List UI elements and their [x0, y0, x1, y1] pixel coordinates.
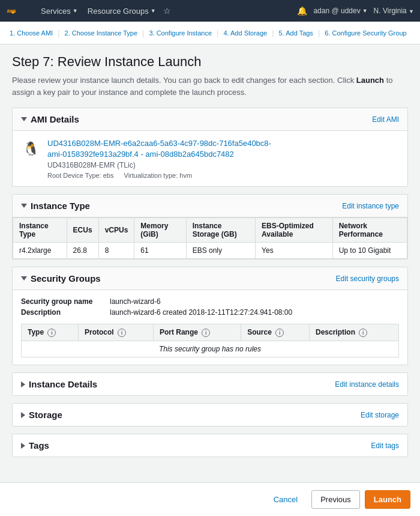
- tags-expand-icon: [21, 443, 25, 449]
- sg-name-label: Security group name: [21, 297, 105, 306]
- resource-groups-caret: ▼: [151, 8, 156, 14]
- notifications-icon[interactable]: 🔔: [297, 6, 307, 16]
- instance-type-section: Instance Type Edit instance type Instanc…: [12, 194, 408, 260]
- launch-button[interactable]: Launch: [365, 490, 410, 509]
- sg-desc-value: launch-wizard-6 created 2018-12-11T12:27…: [110, 308, 399, 317]
- sg-no-rules-text: This security group has no rules: [22, 341, 399, 357]
- top-navigation: aws Services ▼ Resource Groups ▼ ☆ 🔔 ada…: [0, 0, 420, 22]
- ami-sub-name: UD4316B028M-EMR (TLic): [47, 161, 399, 169]
- instance-details-header[interactable]: Instance Details Edit instance details: [13, 373, 407, 395]
- edit-tags-link[interactable]: Edit tags: [371, 442, 399, 450]
- ami-details-section: AMI Details Edit AMI 🐧 UD4316B028M-EMR-e…: [12, 108, 408, 187]
- sg-col-protocol: Protocol i: [79, 324, 154, 341]
- user-menu[interactable]: adan @ uddev ▼: [313, 7, 367, 15]
- sg-section-body: Security group name launch-wizard-6 Desc…: [13, 290, 407, 365]
- aws-logo[interactable]: aws: [6, 4, 29, 17]
- instance-type-table: Instance Type ECUs vCPUs Memory (GiB) In…: [13, 217, 407, 259]
- svg-text:aws: aws: [7, 8, 16, 14]
- edit-instance-type-link[interactable]: Edit instance type: [342, 202, 399, 210]
- ami-collapse-icon[interactable]: [21, 117, 27, 121]
- storage-title: Storage: [29, 410, 62, 420]
- step-choose-ami[interactable]: 1. Choose AMI: [6, 29, 56, 37]
- sg-table-header-row: Type i Protocol i Port Range i Source: [22, 324, 399, 341]
- virtualization-type: Virtualization type: hvm: [124, 172, 193, 179]
- network-value: Up to 10 Gigabit: [332, 243, 407, 259]
- storage-expand-icon: [21, 412, 25, 418]
- edit-storage-link[interactable]: Edit storage: [361, 411, 399, 419]
- protocol-info-icon: i: [118, 329, 126, 337]
- sg-col-description: Description i: [309, 324, 398, 341]
- step-add-storage[interactable]: 4. Add Storage: [220, 29, 271, 37]
- ami-section-title: AMI Details: [31, 114, 79, 124]
- instance-collapse-icon[interactable]: [21, 204, 27, 208]
- services-caret: ▼: [73, 8, 78, 14]
- ami-section-body: 🐧 UD4316B028M-EMR-e6a2caa6-5a63-4c97-98d…: [13, 131, 407, 186]
- sg-section-header: Security Groups Edit security groups: [13, 267, 407, 290]
- instance-details-section: Instance Details Edit instance details: [12, 372, 408, 396]
- instance-section-body: Instance Type ECUs vCPUs Memory (GiB) In…: [13, 217, 407, 259]
- sg-metadata: Security group name launch-wizard-6 Desc…: [21, 297, 399, 317]
- col-vcpus: vCPUs: [98, 218, 134, 243]
- instance-row: r4.2xlarge 26.8 8 61 EBS only Yes Up to …: [13, 243, 407, 259]
- tags-title: Tags: [29, 440, 49, 451]
- previous-button[interactable]: Previous: [311, 490, 360, 509]
- storage-section: Storage Edit storage: [12, 403, 408, 426]
- ecus-value: 26.8: [67, 243, 98, 259]
- step-configure-instance[interactable]: 3. Configure Instance: [145, 29, 215, 37]
- vcpus-value: 8: [98, 243, 134, 259]
- wizard-steps: 1. Choose AMI | 2. Choose Instance Type …: [0, 22, 420, 44]
- main-content: Step 7: Review Instance Launch Please re…: [0, 44, 420, 512]
- ami-name: UD4316B028M-EMR-e6a2caa6-5a63-4c97-98dc-…: [47, 138, 399, 160]
- type-info-icon: i: [47, 329, 56, 337]
- bookmarks-icon[interactable]: ☆: [163, 6, 171, 16]
- step-choose-instance[interactable]: 2. Choose Instance Type: [61, 29, 142, 37]
- sg-col-port-range: Port Range i: [153, 324, 241, 341]
- root-device-type: Root Device Type: ebs: [47, 172, 113, 179]
- ami-info: UD4316B028M-EMR-e6a2caa6-5a63-4c97-98dc-…: [47, 138, 399, 179]
- ami-meta: Root Device Type: ebs Virtualization typ…: [47, 172, 399, 179]
- resource-groups-nav[interactable]: Resource Groups ▼: [85, 7, 158, 16]
- instance-section-header: Instance Type Edit instance type: [13, 195, 407, 217]
- source-info-icon: i: [275, 329, 284, 337]
- memory-value: 61: [134, 243, 186, 259]
- col-memory: Memory (GiB): [134, 218, 186, 243]
- sg-no-rules-row: This security group has no rules: [22, 341, 399, 357]
- instance-details-expand-icon: [21, 381, 25, 387]
- tags-header[interactable]: Tags Edit tags: [13, 434, 407, 457]
- storage-header[interactable]: Storage Edit storage: [13, 404, 407, 426]
- edit-ami-link[interactable]: Edit AMI: [372, 115, 399, 124]
- instance-details-title: Instance Details: [29, 379, 97, 389]
- instance-type-value: r4.2xlarge: [13, 243, 67, 259]
- col-storage: Instance Storage (GB): [186, 218, 255, 243]
- ami-section-header: AMI Details Edit AMI: [13, 108, 407, 131]
- col-instance-type: Instance Type: [13, 218, 67, 243]
- bottom-action-bar: Cancel Previous Launch: [0, 482, 420, 516]
- sg-rules-table: Type i Protocol i Port Range i Source: [21, 324, 399, 357]
- sg-name-value: launch-wizard-6: [110, 297, 399, 306]
- desc-info-icon: i: [359, 329, 367, 337]
- services-nav[interactable]: Services ▼: [38, 7, 80, 16]
- page-title: Step 7: Review Instance Launch: [12, 54, 408, 70]
- sg-collapse-icon[interactable]: [21, 276, 27, 281]
- col-ebs-optimized: EBS-Optimized Available: [256, 218, 333, 243]
- ami-os-icon: 🐧: [21, 139, 40, 159]
- sg-col-source: Source i: [241, 324, 310, 341]
- tags-section: Tags Edit tags: [12, 434, 408, 457]
- step-configure-sg[interactable]: 6. Configure Security Group: [321, 29, 410, 37]
- col-network: Network Performance: [332, 218, 407, 243]
- step-add-tags[interactable]: 5. Add Tags: [275, 29, 317, 37]
- sg-section-title: Security Groups: [31, 273, 101, 284]
- col-ecus: ECUs: [67, 218, 98, 243]
- region-menu[interactable]: N. Virginia ▼: [374, 7, 414, 15]
- storage-value: EBS only: [186, 243, 255, 259]
- instance-table-header-row: Instance Type ECUs vCPUs Memory (GiB) In…: [13, 218, 407, 243]
- security-groups-section: Security Groups Edit security groups Sec…: [12, 267, 408, 365]
- sg-desc-label: Description: [21, 308, 105, 317]
- instance-section-title: Instance Type: [31, 201, 90, 211]
- page-description: Please review your instance launch detai…: [12, 74, 408, 98]
- edit-sg-link[interactable]: Edit security groups: [336, 275, 399, 283]
- sg-col-type: Type i: [22, 324, 79, 341]
- edit-instance-details-link[interactable]: Edit instance details: [335, 380, 399, 389]
- port-info-icon: i: [202, 329, 210, 337]
- cancel-button[interactable]: Cancel: [265, 490, 307, 509]
